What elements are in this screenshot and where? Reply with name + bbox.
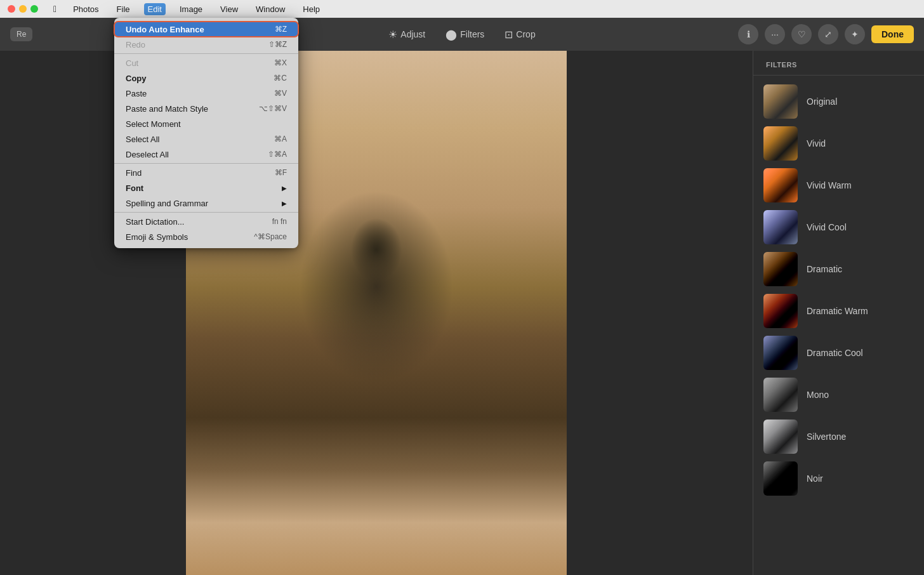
menu-item-deselect-all[interactable]: Deselect All ⇧⌘A [114, 147, 298, 162]
magic-wand-button[interactable]: ✦ [845, 24, 865, 44]
menu-item-paste-shortcut: ⌘V [274, 89, 287, 98]
tab-adjust[interactable]: ☀ Adjust [380, 25, 434, 44]
menu-item-find[interactable]: Find ⌘F [114, 165, 298, 180]
menu-item-select-moment-label: Select Moment [126, 119, 181, 129]
filter-vivid-cool[interactable]: Vivid Cool [753, 206, 924, 248]
photo-area [0, 51, 753, 575]
minimize-button[interactable] [19, 5, 27, 13]
menu-item-emoji-label: Emoji & Symbols [126, 232, 188, 242]
menubar-window[interactable]: Window [252, 3, 289, 15]
menu-item-find-label: Find [126, 168, 142, 178]
toolbar-right: ℹ ··· ♡ ⤢ ✦ Done [738, 24, 914, 44]
menu-item-undo-label: Undo Auto Enhance [126, 25, 204, 34]
filter-thumbnail-mono [763, 378, 798, 412]
filter-dramatic-cool[interactable]: Dramatic Cool [753, 332, 924, 374]
maximize-button[interactable] [30, 5, 38, 13]
menu-item-font[interactable]: Font ▶ [114, 180, 298, 195]
filter-thumbnail-dramatic-warm [763, 294, 798, 328]
filter-thumbnail-dramatic [763, 252, 798, 286]
traffic-lights [8, 5, 38, 13]
menu-section-3: Find ⌘F Font ▶ Spelling and Grammar ▶ [114, 164, 298, 213]
filter-dramatic[interactable]: Dramatic [753, 248, 924, 290]
info-button[interactable]: ℹ [738, 24, 758, 44]
share-button[interactable]: ··· [765, 24, 785, 44]
menu-item-cut: Cut ⌘X [114, 55, 298, 70]
done-button[interactable]: Done [871, 25, 914, 43]
menubar-photos[interactable]: Photos [69, 3, 102, 15]
crop-icon: ⊡ [505, 29, 513, 41]
toolbar-left: Re [10, 27, 32, 41]
filter-mono[interactable]: Mono [753, 374, 924, 416]
tab-filters-label: Filters [460, 29, 484, 39]
menubar-image[interactable]: Image [176, 3, 206, 15]
menu-item-paste-label: Paste [126, 89, 147, 98]
menu-item-select-moment[interactable]: Select Moment [114, 116, 298, 131]
favorite-button[interactable]: ♡ [791, 24, 812, 44]
menu-item-paste[interactable]: Paste ⌘V [114, 86, 298, 101]
filter-thumbnail-noir [763, 461, 798, 496]
filter-vivid[interactable]: Vivid [753, 122, 924, 164]
filter-original[interactable]: Original [753, 81, 924, 122]
menubar-help[interactable]: Help [299, 3, 324, 15]
menu-item-emoji-shortcut: ^⌘Space [254, 232, 287, 241]
filter-label-vivid-warm: Vivid Warm [807, 180, 852, 190]
filter-thumbnail-silvertone [763, 420, 798, 454]
close-button[interactable] [8, 5, 15, 13]
menu-item-paste-match-shortcut: ⌥⇧⌘V [259, 104, 287, 113]
filter-thumbnail-dramatic-cool [763, 336, 798, 370]
menu-section-1: Undo Auto Enhance ⌘Z Redo ⇧⌘Z [114, 20, 298, 54]
filter-label-dramatic: Dramatic [807, 264, 842, 274]
filters-sidebar: FILTERS Original Vivid Vivid Warm Vivid … [753, 51, 924, 575]
menubar-edit[interactable]: Edit [144, 3, 166, 15]
filters-header: FILTERS [753, 51, 924, 76]
filter-label-dramatic-warm: Dramatic Warm [807, 306, 868, 316]
menu-item-select-all-shortcut: ⌘A [274, 135, 287, 143]
apple-menu-item[interactable]:  [53, 4, 56, 14]
filter-noir[interactable]: Noir [753, 458, 924, 499]
filter-label-mono: Mono [807, 390, 829, 400]
spelling-submenu-arrow: ▶ [282, 200, 287, 207]
filter-label-noir: Noir [807, 473, 823, 484]
menu-item-dictation-label: Start Dictation... [126, 217, 184, 227]
filter-label-vivid: Vivid [807, 138, 826, 149]
menu-item-emoji[interactable]: Emoji & Symbols ^⌘Space [114, 229, 298, 244]
filter-thumbnail-original [763, 84, 798, 119]
menu-section-2: Cut ⌘X Copy ⌘C Paste ⌘V Paste and Match … [114, 54, 298, 164]
toolbar-tabs: ☀ Adjust ⬤ Filters ⊡ Crop [380, 25, 544, 44]
filter-thumbnail-vivid-warm [763, 168, 798, 202]
menu-item-paste-match-label: Paste and Match Style [126, 104, 208, 114]
tab-crop[interactable]: ⊡ Crop [496, 25, 544, 44]
font-submenu-arrow: ▶ [282, 185, 287, 192]
menu-item-deselect-all-label: Deselect All [126, 150, 169, 159]
menu-item-undo[interactable]: Undo Auto Enhance ⌘Z [114, 22, 298, 37]
filter-label-dramatic-cool: Dramatic Cool [807, 348, 863, 358]
menu-item-select-all[interactable]: Select All ⌘A [114, 131, 298, 147]
menu-item-redo: Redo ⇧⌘Z [114, 37, 298, 52]
menu-item-cut-label: Cut [126, 58, 138, 68]
menu-item-select-all-label: Select All [126, 135, 159, 144]
filter-silvertone[interactable]: Silvertone [753, 416, 924, 458]
menu-item-spelling[interactable]: Spelling and Grammar ▶ [114, 195, 298, 211]
menu-item-copy-shortcut: ⌘C [274, 74, 287, 83]
filter-vivid-warm[interactable]: Vivid Warm [753, 164, 924, 206]
menu-item-undo-shortcut: ⌘Z [275, 25, 287, 34]
menu-item-find-shortcut: ⌘F [275, 168, 287, 177]
filter-dramatic-warm[interactable]: Dramatic Warm [753, 290, 924, 332]
rotate-button[interactable]: ⤢ [818, 24, 838, 44]
menu-item-cut-shortcut: ⌘X [274, 58, 287, 67]
tab-crop-label: Crop [516, 29, 535, 39]
menu-item-dictation[interactable]: Start Dictation... fn fn [114, 214, 298, 229]
menubar-file[interactable]: File [113, 3, 134, 15]
menu-item-paste-match[interactable]: Paste and Match Style ⌥⇧⌘V [114, 101, 298, 116]
filter-label-original: Original [807, 96, 837, 107]
menu-item-redo-label: Redo [126, 40, 145, 50]
menu-item-deselect-all-shortcut: ⇧⌘A [268, 150, 287, 159]
tab-filters[interactable]: ⬤ Filters [437, 25, 493, 44]
menubar-view[interactable]: View [216, 3, 242, 15]
adjust-icon: ☀ [388, 29, 397, 41]
filters-icon: ⬤ [446, 29, 457, 41]
menu-section-4: Start Dictation... fn fn Emoji & Symbols… [114, 213, 298, 246]
menu-item-copy[interactable]: Copy ⌘C [114, 70, 298, 86]
menubar:  Photos File Edit Image View Window Hel… [0, 0, 924, 18]
revert-button[interactable]: Re [10, 27, 32, 41]
